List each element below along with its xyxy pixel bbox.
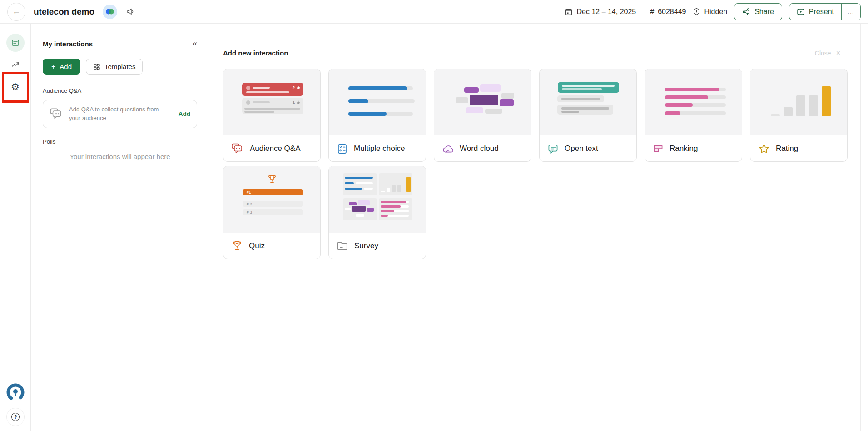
- chart-bar: [809, 95, 818, 116]
- chart-bar: [771, 114, 780, 116]
- qa-section-label: Audience Q&A: [43, 87, 197, 94]
- mini-word: [356, 214, 364, 217]
- card-ranking[interactable]: Ranking: [645, 69, 742, 162]
- card-label-row: Multiple choice: [329, 135, 426, 162]
- present-button-group: Present …: [789, 3, 861, 20]
- card-thumbnail: 2 1: [223, 69, 320, 135]
- onboarding-logo[interactable]: [5, 382, 25, 404]
- text-line: [244, 108, 300, 110]
- gray-bubble: [557, 105, 613, 115]
- interactions-sidebar: My interactions « + Add Templates Audien…: [31, 24, 209, 431]
- speech-bubbles-icon: [231, 143, 244, 155]
- card-label-row: Survey: [329, 233, 426, 259]
- gray-bubble: [557, 95, 604, 102]
- thumbs-up-icon: [296, 85, 300, 90]
- qa-add-link[interactable]: Add: [179, 110, 190, 117]
- mini-word: [349, 202, 357, 205]
- share-label: Share: [754, 8, 774, 16]
- word-block: [485, 109, 502, 114]
- bar-fill: [665, 88, 719, 91]
- card-quiz[interactable]: #1 # 2 # 3 Quiz: [223, 166, 321, 259]
- rail-item-trends[interactable]: [11, 60, 20, 71]
- ellipsis-icon: …: [848, 8, 855, 15]
- card-label-row: Ranking: [645, 135, 742, 162]
- sidebar-buttons: + Add Templates: [43, 59, 197, 75]
- mini-track: [381, 201, 409, 203]
- present-label: Present: [809, 8, 834, 16]
- collapse-sidebar-button[interactable]: «: [193, 39, 197, 48]
- mini-word: [358, 200, 370, 205]
- card-survey[interactable]: Survey: [328, 166, 426, 259]
- card-thumbnail: [750, 69, 847, 135]
- bar-track: [348, 86, 413, 90]
- templates-label: Templates: [104, 63, 135, 70]
- card-word-cloud[interactable]: Word cloud: [434, 69, 531, 162]
- mini-chart-bar: [381, 191, 385, 192]
- chart-bar: [822, 86, 831, 116]
- nav-rail: ⚙ ?: [0, 24, 31, 431]
- chart-bar: [796, 95, 805, 116]
- card-label: Word cloud: [460, 144, 499, 153]
- chevron-double-left-icon: «: [193, 39, 197, 48]
- mini-tile-choice: [343, 173, 377, 195]
- checklist-icon: [337, 143, 348, 155]
- card-rating[interactable]: Rating: [750, 69, 848, 162]
- bar-fill: [665, 103, 693, 107]
- star-icon: [758, 143, 770, 155]
- divider: [643, 6, 643, 18]
- bar-track: [665, 95, 726, 99]
- card-label: Audience Q&A: [250, 144, 301, 153]
- add-button[interactable]: + Add: [43, 59, 80, 75]
- word-block: [456, 97, 468, 103]
- templates-button[interactable]: Templates: [86, 59, 143, 75]
- vote-count: 1: [293, 100, 300, 105]
- rail-item-interactions[interactable]: [6, 34, 25, 52]
- qa-gray-bubble: 1: [242, 98, 303, 114]
- card-label-row: Audience Q&A: [223, 135, 320, 162]
- polls-empty-text: Your interactions will appear here: [43, 153, 197, 160]
- card-label-row: Word cloud: [434, 135, 531, 162]
- logo-badge[interactable]: [103, 5, 117, 19]
- session-date: Dec 12 – 14, 2025: [576, 8, 636, 16]
- close-button[interactable]: Close ×: [815, 50, 840, 57]
- rail-item-settings[interactable]: ⚙: [11, 82, 20, 92]
- question-icon: ?: [11, 413, 20, 421]
- bar-track: [348, 99, 415, 103]
- megaphone-icon[interactable]: [126, 7, 135, 16]
- card-multiple-choice[interactable]: Multiple choice: [328, 69, 426, 162]
- mentimeter-logo-icon: [105, 8, 114, 15]
- calendar-icon: [565, 8, 573, 16]
- folder-icon: [337, 241, 348, 251]
- card-label: Ranking: [670, 144, 698, 153]
- mini-word: [352, 206, 366, 212]
- card-label: Rating: [776, 144, 798, 153]
- mini-bar: [345, 188, 362, 190]
- word-block: [470, 95, 498, 105]
- card-open-text[interactable]: Open text: [539, 69, 637, 162]
- card-label: Multiple choice: [354, 144, 405, 153]
- card-thumbnail: [329, 166, 426, 233]
- mini-chart-bar: [397, 185, 401, 192]
- qa-red-bubble: 2: [242, 83, 303, 96]
- shield-icon: [693, 8, 700, 15]
- session-code-chip[interactable]: # 6028449: [650, 8, 686, 16]
- share-button[interactable]: Share: [734, 3, 782, 20]
- mini-fill: [381, 201, 406, 203]
- back-button[interactable]: ←: [7, 3, 25, 21]
- mini-fill: [381, 215, 388, 217]
- rank-label: # 2: [247, 202, 252, 206]
- quiz-rank-3: # 3: [243, 209, 303, 215]
- present-more-button[interactable]: …: [841, 4, 860, 20]
- grid-icon: [93, 63, 100, 70]
- mini-bar: [356, 182, 373, 184]
- help-button[interactable]: ?: [6, 408, 25, 426]
- bar-fill: [665, 111, 680, 115]
- present-button[interactable]: Present: [789, 4, 841, 20]
- date-chip[interactable]: Dec 12 – 14, 2025: [565, 8, 636, 16]
- hidden-status[interactable]: Hidden: [693, 8, 727, 16]
- card-audience-qa[interactable]: 2 1: [223, 69, 321, 162]
- mini-bar: [345, 177, 373, 179]
- bar-track: [348, 112, 413, 116]
- session-code: 6028449: [658, 8, 686, 16]
- trophy-icon: [231, 240, 243, 252]
